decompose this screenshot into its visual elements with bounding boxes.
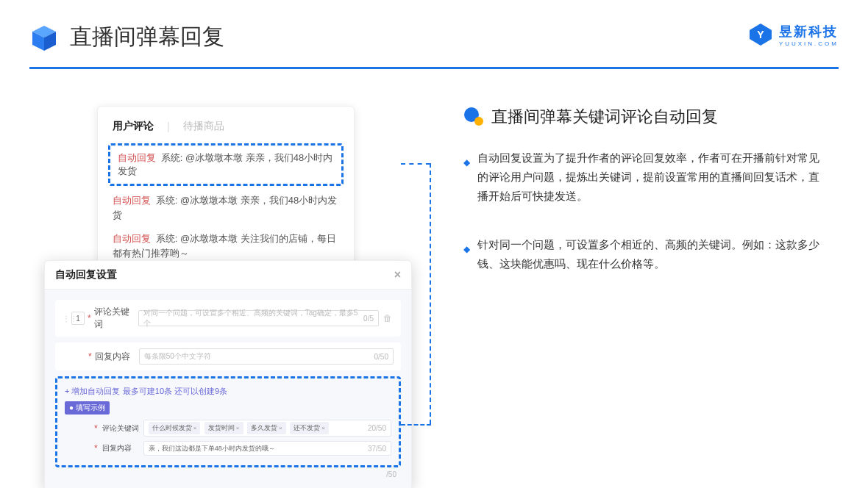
brand-logo-icon: Y [748, 22, 773, 47]
bullet-text: 自动回复设置为了提升作者的评论回复效率，作者可在开播前针对常见的评论用户问题，提… [477, 148, 824, 206]
comments-tabs: 用户评论 | 待播商品 [113, 120, 339, 133]
example-kw-counter: 20/50 [368, 424, 386, 432]
tab-pending-goods[interactable]: 待播商品 [183, 120, 224, 133]
add-hint: 最多可建10条 还可以创建9条 [123, 387, 227, 395]
section-header: 直播间弹幕关键词评论自动回复 [463, 106, 824, 128]
slide-header: 直播间弹幕回复 [0, 0, 868, 60]
example-group: + 增加自动回复 最多可建10条 还可以创建9条 ● 填写示例 * 评论关键词 … [55, 376, 401, 467]
highlighted-comment: 自动回复 系统: @冰墩墩本墩 亲亲，我们48小时内发货 [108, 143, 344, 186]
content-placeholder: 每条限50个中文字符 [144, 351, 211, 362]
required-star: * [88, 351, 92, 362]
connector-line [401, 163, 430, 165]
bullet-text: 针对同一个问题，可设置多个相近的、高频的关键词。例如：这款多少钱、这块能优惠吗、… [477, 235, 824, 273]
svg-point-5 [474, 117, 483, 126]
keyword-row: ⋮⋮ 1 * 评论关键词 对同一个问题，可设置多个相近、高频的关键词，Tag确定… [55, 300, 401, 337]
svg-text:Y: Y [757, 29, 764, 40]
drag-handle-icon[interactable]: ⋮⋮ [63, 315, 68, 323]
content-row: * 回复内容 每条限50个中文字符 0/50 [55, 342, 401, 370]
keyword-placeholder: 对同一个问题，可设置多个相近、高频的关键词，Tag确定，最多5个 [143, 308, 363, 329]
close-icon[interactable]: × [394, 268, 401, 281]
row-index: 1 [71, 312, 85, 325]
chat-bubbles-icon [463, 107, 484, 127]
main-area: 用户评论 | 待播商品 自动回复 系统: @冰墩墩本墩 亲亲，我们48小时内发货… [0, 69, 868, 303]
system-label: 系统: [156, 233, 178, 244]
tab-user-comments[interactable]: 用户评论 [113, 120, 154, 133]
diamond-icon: ◆ [463, 240, 470, 273]
system-label: 系统: [161, 152, 183, 163]
brand-domain: YUUXIN.COM [779, 41, 839, 47]
keyword-label: 评论关键词 [94, 306, 135, 331]
content-counter: 0/50 [374, 353, 388, 361]
example-badge: ● 填写示例 [65, 401, 110, 415]
example-content-label: 回复内容 [102, 443, 139, 453]
auto-reply-tag: 自动回复 [113, 233, 151, 244]
bullet-item: ◆ 针对同一个问题，可设置多个相近的、高频的关键词。例如：这款多少钱、这块能优惠… [463, 235, 824, 273]
tag-chip[interactable]: 还不发货× [290, 422, 329, 434]
modal-body: ⋮⋮ 1 * 评论关键词 对同一个问题，可设置多个相近、高频的关键词，Tag确定… [45, 290, 411, 488]
required-star: * [94, 443, 98, 453]
keyword-counter: 0/5 [363, 315, 374, 323]
auto-reply-tag: 自动回复 [118, 152, 156, 163]
tag-list: 什么时候发货× 发货时间× 多久发货× 还不发货× [149, 422, 331, 434]
tag-chip[interactable]: 什么时候发货× [149, 422, 201, 434]
example-keyword-label: 评论关键词 [102, 423, 139, 434]
diamond-icon: ◆ [463, 153, 470, 206]
comment-row: 自动回复 系统: @冰墩墩本墩 亲亲，我们48小时内发货 [113, 189, 339, 227]
modal-title: 自动回复设置 [55, 268, 117, 281]
content-input[interactable]: 每条限50个中文字符 0/50 [139, 348, 394, 365]
example-keyword-row: * 评论关键词 什么时候发货× 发货时间× 多久发货× 还不发货× 20/50 [65, 417, 391, 439]
modal-header: 自动回复设置 × [45, 261, 411, 290]
section-title: 直播间弹幕关键词评论自动回复 [491, 106, 718, 128]
example-content-row: * 回复内容 亲，我们这边都是下单48小时内发货的哦～ 37/50 [65, 439, 391, 458]
auto-reply-tag: 自动回复 [113, 195, 151, 206]
required-star: * [88, 313, 91, 323]
brand-logo-group: Y 昱新科技 YUUXIN.COM [748, 22, 839, 47]
content-label: 回复内容 [95, 351, 136, 363]
system-label: 系统: [156, 195, 178, 206]
brand-name: 昱新科技 [779, 23, 839, 40]
required-star: * [94, 423, 98, 434]
left-column: 用户评论 | 待播商品 自动回复 系统: @冰墩墩本墩 亲亲，我们48小时内发货… [44, 106, 412, 303]
right-column: 直播间弹幕关键词评论自动回复 ◆ 自动回复设置为了提升作者的评论回复效率，作者可… [463, 106, 824, 303]
page-title: 直播间弹幕回复 [70, 22, 224, 52]
example-content-input[interactable]: 亲，我们这边都是下单48小时内发货的哦～ 37/50 [143, 441, 391, 456]
example-content-value: 亲，我们这边都是下单48小时内发货的哦～ [149, 444, 275, 453]
auto-reply-settings-modal: 自动回复设置 × ⋮⋮ 1 * 评论关键词 对同一个问题，可设置多个相近、高频的… [44, 260, 412, 488]
cube-icon [29, 23, 59, 52]
connector-line [430, 163, 431, 424]
outer-counter: /50 [55, 467, 401, 478]
tab-separator: | [167, 121, 170, 132]
tag-chip[interactable]: 多久发货× [247, 422, 286, 434]
keyword-input[interactable]: 对同一个问题，可设置多个相近、高频的关键词，Tag确定，最多5个 0/5 [138, 310, 379, 326]
connector-line [401, 424, 431, 426]
tag-chip[interactable]: 发货时间× [204, 422, 243, 434]
example-keyword-input[interactable]: 什么时候发货× 发货时间× 多久发货× 还不发货× 20/50 [143, 420, 391, 437]
delete-icon[interactable]: 🗑 [382, 313, 394, 323]
example-content-counter: 37/50 [368, 445, 386, 453]
add-auto-reply-link[interactable]: + 增加自动回复 最多可建10条 还可以创建9条 [65, 386, 391, 397]
comments-card: 用户评论 | 待播商品 自动回复 系统: @冰墩墩本墩 亲亲，我们48小时内发货… [97, 106, 355, 276]
bullet-item: ◆ 自动回复设置为了提升作者的评论回复效率，作者可在开播前针对常见的评论用户问题… [463, 148, 824, 206]
